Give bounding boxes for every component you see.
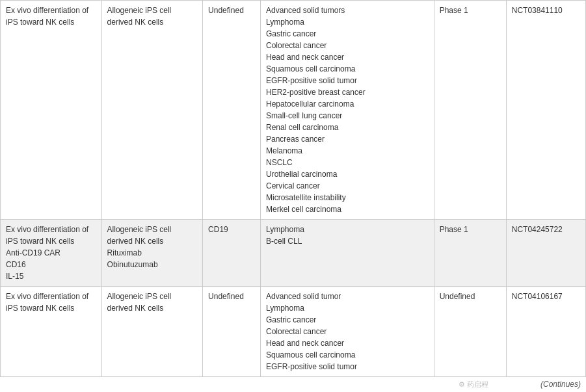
cell-line: NCT04245722 [512,224,580,235]
table-row: Ex vivo differentiation of iPS toward NK… [1,220,586,287]
cell-line: Lymphoma [266,302,429,314]
cell-line: NCT03841110 [512,5,580,16]
cell-line: CD16 [6,259,96,270]
cell-line: B-cell CLL [266,235,429,247]
cell-row1-col6: NCT03841110 [506,1,585,220]
cell-line: NSCLC [266,157,429,168]
cell-line: Colorectal cancer [266,40,429,51]
cell-line: Advanced solid tumor [266,291,429,302]
cell-row2-col4: LymphomaB-cell CLL [260,220,434,287]
cell-line: Lymphoma [266,16,429,28]
cell-line: Allogeneic iPS cell derived NK cells [107,291,198,314]
cell-line: Ex vivo differentiation of iPS toward NK… [6,291,96,314]
cell-line: Lymphoma [266,224,429,235]
cell-line: Obinutuzumab [107,259,198,270]
cell-line: NCT04106167 [512,291,580,302]
cell-line: Undefined [208,291,255,302]
cell-line: EGFR-positive solid tumor [266,75,429,86]
cell-row1-col3: Undefined [203,1,261,220]
cell-row3-col1: Ex vivo differentiation of iPS toward NK… [1,287,102,377]
cell-line: Undefined [208,5,255,16]
table-row: Ex vivo differentiation of iPS toward NK… [1,287,586,377]
cell-line: Urothelial carcinoma [266,168,429,180]
cell-row1-col5: Phase 1 [434,1,506,220]
cell-line: Advanced solid tumors [266,5,429,16]
cell-line: Allogeneic iPS cell derived NK cells [107,224,198,247]
cell-line: Colorectal cancer [266,326,429,337]
cell-line: Squamous cell carcinoma [266,349,429,361]
cell-line: IL-15 [6,270,96,282]
cell-line: Ex vivo differentiation of iPS toward NK… [6,5,96,28]
watermark-logo: ⚙ 药启程 [459,380,488,389]
cell-line: CD19 [208,224,255,235]
cell-row3-col2: Allogeneic iPS cell derived NK cells [101,287,203,377]
cell-row2-col2: Allogeneic iPS cell derived NK cellsRitu… [101,220,203,287]
cell-line: Ex vivo differentiation of iPS toward NK… [6,224,96,247]
cell-line: Head and neck cancer [266,337,429,349]
cell-row3-col3: Undefined [203,287,261,377]
cell-row3-col4: Advanced solid tumorLymphomaGastric canc… [260,287,434,377]
cell-row2-col6: NCT04245722 [506,220,585,287]
cell-row2-col1: Ex vivo differentiation of iPS toward NK… [1,220,102,287]
cell-row3-col5: Undefined [434,287,506,377]
cell-row1-col4: Advanced solid tumorsLymphomaGastric can… [260,1,434,220]
continues-label: (Continues) [540,380,581,389]
cell-line: Undefined [440,291,501,302]
cell-row1-col1: Ex vivo differentiation of iPS toward NK… [1,1,102,220]
cell-line: Phase 1 [440,224,501,235]
cell-line: HER2-positive breast cancer [266,86,429,98]
cell-row1-col2: Allogeneic iPS cell derived NK cells [101,1,203,220]
table-row: Ex vivo differentiation of iPS toward NK… [1,1,586,220]
cell-line: Gastric cancer [266,314,429,326]
cell-row2-col3: CD19 [203,220,261,287]
cell-line: Phase 1 [440,5,501,16]
cell-line: Cervical cancer [266,180,429,192]
cell-line: Microsatellite instability [266,192,429,203]
cell-row3-col6: NCT04106167 [506,287,585,377]
cell-line: Squamous cell carcinoma [266,63,429,75]
cell-line: Pancreas cancer [266,133,429,145]
cell-line: Small-cell lung cancer [266,110,429,122]
cell-row2-col5: Phase 1 [434,220,506,287]
cell-line: EGFR-positive solid tumor [266,361,429,372]
cell-line: Merkel cell carcinoma [266,203,429,215]
cell-line: Melanoma [266,145,429,157]
cell-line: Anti-CD19 CAR [6,247,96,259]
cell-line: Renal cell carcinoma [266,122,429,133]
cell-line: Rituximab [107,247,198,259]
cell-line: Gastric cancer [266,28,429,40]
cell-line: Head and neck cancer [266,51,429,63]
cell-line: Allogeneic iPS cell derived NK cells [107,5,198,28]
cell-line: Hepatocellular carcinoma [266,98,429,110]
